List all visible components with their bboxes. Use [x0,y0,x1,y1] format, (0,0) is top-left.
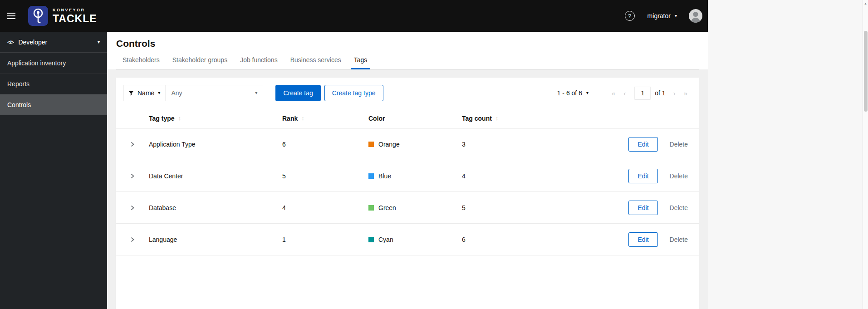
username: migrator [647,12,671,20]
edit-button[interactable]: Edit [628,169,657,183]
tab-label: Tags [354,56,368,64]
page-title: Controls [116,38,699,49]
delete-button[interactable]: Delete [670,141,688,148]
sort-icon[interactable]: ↕ [301,115,304,122]
table-row: Database 4 Green 5 Edit Delete [116,192,699,224]
tag-count-value: 6 [462,236,466,243]
color-swatch [368,173,374,179]
table-row: Data Center 5 Blue 4 Edit Delete [116,160,699,192]
color-name: Cyan [378,236,393,243]
filter-value-select[interactable]: Any ▾ [165,85,263,101]
table-header-row: Tag type ↕ Rank ↕ Color [116,108,699,128]
color-name: Blue [378,172,391,180]
column-header-tag-type[interactable]: Tag type ↕ [149,115,282,122]
pagination-range-label: 1 - 6 of 6 [557,89,582,97]
sidebar-item-label: Controls [7,101,31,108]
sidebar-item-application-inventory[interactable]: Application inventory [0,53,107,74]
brand: KONVEYOR TACKLE [28,6,97,26]
edit-button[interactable]: Edit [628,232,657,247]
pagination-menu-toggle[interactable]: 1 - 6 of 6 ▾ [557,89,588,97]
rank-value: 6 [282,141,286,148]
last-page-button[interactable]: » [680,89,691,97]
delete-button[interactable]: Delete [670,236,688,243]
tab-label: Stakeholder groups [172,56,227,64]
column-header-color: Color [368,115,462,122]
edit-button[interactable]: Edit [628,137,657,152]
help-icon[interactable]: ? [625,11,635,21]
tag-type-value: Data Center [149,172,183,180]
tab-label: Stakeholders [123,56,160,64]
page-number-input[interactable] [634,87,651,99]
expand-row-icon[interactable] [128,235,137,245]
sidebar-item-label: Application inventory [7,59,66,67]
tab-business-services[interactable]: Business services [284,52,348,69]
perspective-selector[interactable]: </> Developer ▾ [0,32,107,53]
page-header: Controls Stakeholders Stakeholder groups… [107,32,708,69]
delete-button[interactable]: Delete [670,172,688,180]
tab-job-functions[interactable]: Job functions [234,52,284,69]
caret-down-icon: ▾ [158,91,160,95]
column-label: Rank [282,115,298,122]
create-tag-button[interactable]: Create tag [275,85,320,101]
tag-type-value: Application Type [149,141,195,148]
screen: KONVEYOR TACKLE ? migrator ▾ </> Develop… [0,0,868,309]
create-tag-type-button[interactable]: Create tag type [324,85,383,101]
tags-card: Name ▾ Any ▾ Create tag Create tag type [116,78,699,309]
filter-value-placeholder: Any [171,89,182,97]
user-menu-toggle[interactable]: migrator ▾ [647,12,677,20]
filter-category-label: Name [137,89,154,97]
tag-count-value: 3 [462,141,466,148]
nav-toggle-icon[interactable] [7,9,21,23]
app-window: KONVEYOR TACKLE ? migrator ▾ </> Develop… [0,0,708,309]
color-name: Orange [378,141,400,148]
expand-row-icon[interactable] [128,139,137,149]
tab-tags[interactable]: Tags [348,52,374,69]
toolbar: Name ▾ Any ▾ Create tag Create tag type [116,78,699,108]
column-header-tag-count[interactable]: Tag count ↕ [462,115,571,122]
sort-icon[interactable]: ↕ [178,115,181,122]
scroll-up-icon[interactable]: ▲ [863,0,868,6]
sort-icon[interactable]: ↕ [495,115,499,122]
column-header-rank[interactable]: Rank ↕ [282,115,368,122]
sidebar: </> Developer ▾ Application inventory Re… [0,32,107,309]
delete-button[interactable]: Delete [670,204,688,211]
first-page-button[interactable]: « [608,89,619,97]
rank-value: 1 [282,236,286,243]
tab-label: Business services [290,56,341,64]
filter-icon [128,90,134,96]
color-swatch [368,205,374,211]
edit-button[interactable]: Edit [628,201,657,215]
scrollbar[interactable]: ▲ [863,0,868,309]
masthead: KONVEYOR TACKLE ? migrator ▾ [0,0,708,32]
tag-count-value: 5 [462,204,466,211]
previous-page-button[interactable]: ‹ [619,89,630,97]
tab-stakeholder-groups[interactable]: Stakeholder groups [166,52,234,69]
avatar[interactable] [689,9,702,23]
sidebar-item-label: Reports [7,80,29,88]
column-label: Tag type [149,115,175,122]
content-section: Name ▾ Any ▾ Create tag Create tag type [107,69,708,309]
caret-down-icon: ▾ [98,40,100,44]
color-name: Green [378,204,396,211]
expand-row-icon[interactable] [128,203,137,213]
tag-type-value: Database [149,204,176,211]
column-label: Color [368,115,385,122]
next-page-button[interactable]: › [669,89,680,97]
filter-category-dropdown[interactable]: Name ▾ [123,85,165,101]
caret-down-icon: ▾ [586,91,588,95]
tab-stakeholders[interactable]: Stakeholders [116,52,166,69]
brand-tackle-label: TACKLE [53,14,97,24]
page-count-label: of 1 [655,89,665,97]
column-label: Tag count [462,115,492,122]
sidebar-item-controls[interactable]: Controls [0,94,107,115]
perspective-label: Developer [18,39,47,46]
brand-text: KONVEYOR TACKLE [53,8,97,24]
caret-down-icon: ▾ [675,14,677,18]
rank-value: 4 [282,204,286,211]
rank-value: 5 [282,172,286,180]
expand-row-icon[interactable] [128,171,137,181]
scroll-thumb[interactable] [864,31,868,112]
table-row: Language 1 Cyan 6 Edit Delete [116,224,699,255]
color-swatch [368,237,374,242]
sidebar-item-reports[interactable]: Reports [0,74,107,94]
